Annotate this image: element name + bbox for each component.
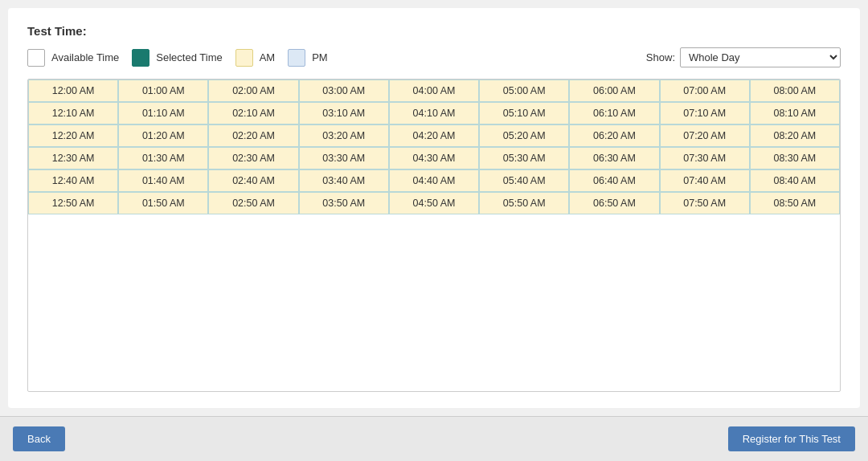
time-cell[interactable]: 08:00 AM [750, 80, 840, 102]
time-cell[interactable]: 02:40 AM [208, 169, 298, 192]
time-cell[interactable]: 03:30 AM [299, 147, 389, 169]
time-cell[interactable]: 07:00 AM [660, 80, 750, 102]
time-cell[interactable]: 12:00 AM [28, 80, 118, 102]
time-cell[interactable]: 12:30 AM [28, 147, 118, 169]
back-button[interactable]: Back [13, 426, 65, 451]
time-cell[interactable]: 12:10 AM [28, 102, 118, 124]
show-label-text: Show: [646, 51, 675, 63]
time-cell[interactable]: 05:20 AM [479, 124, 569, 147]
time-cell[interactable]: 08:50 AM [750, 192, 840, 214]
time-cell[interactable]: 04:20 AM [389, 124, 479, 147]
show-dropdown[interactable]: Whole Day AM Only PM Only [680, 47, 841, 67]
time-cell[interactable]: 03:20 AM [299, 124, 389, 147]
time-cell[interactable]: 05:00 AM [479, 80, 569, 102]
pm-color-box [288, 49, 305, 67]
time-cell[interactable]: 04:40 AM [389, 169, 479, 192]
time-cell[interactable]: 03:40 AM [299, 169, 389, 192]
time-cell[interactable]: 02:50 AM [208, 192, 298, 214]
time-cell[interactable]: 07:40 AM [660, 169, 750, 192]
main-panel: Test Time: Available Time Selected Time … [8, 8, 860, 408]
time-cell[interactable]: 12:20 AM [28, 124, 118, 147]
legend-row: Available Time Selected Time AM PM Show:… [27, 47, 841, 67]
time-cell[interactable]: 07:20 AM [660, 124, 750, 147]
time-cell[interactable]: 05:40 AM [479, 169, 569, 192]
time-cell[interactable]: 06:40 AM [569, 169, 659, 192]
time-cell[interactable]: 12:50 AM [28, 192, 118, 214]
time-cell[interactable]: 04:10 AM [389, 102, 479, 124]
time-cell[interactable]: 02:00 AM [208, 80, 298, 102]
time-cell[interactable]: 04:30 AM [389, 147, 479, 169]
time-cell[interactable]: 03:10 AM [299, 102, 389, 124]
show-label-group: Show: Whole Day AM Only PM Only [646, 47, 841, 67]
time-cell[interactable]: 03:50 AM [299, 192, 389, 214]
am-label: AM [260, 51, 276, 63]
time-cell[interactable]: 03:00 AM [299, 80, 389, 102]
selected-color-box [132, 49, 149, 67]
time-cell[interactable]: 01:10 AM [118, 102, 208, 124]
test-time-label: Test Time: [27, 24, 841, 38]
footer: Back Register for This Test [0, 416, 868, 461]
time-cell[interactable]: 01:30 AM [118, 147, 208, 169]
time-cell[interactable]: 01:40 AM [118, 169, 208, 192]
time-cell[interactable]: 02:30 AM [208, 147, 298, 169]
time-cell[interactable]: 08:40 AM [750, 169, 840, 192]
available-label: Available Time [51, 51, 119, 63]
time-cell[interactable]: 08:20 AM [750, 124, 840, 147]
time-cell[interactable]: 05:30 AM [479, 147, 569, 169]
time-grid-container[interactable]: 12:00 AM01:00 AM02:00 AM03:00 AM04:00 AM… [27, 79, 841, 392]
time-cell[interactable]: 06:30 AM [569, 147, 659, 169]
time-cell[interactable]: 02:10 AM [208, 102, 298, 124]
pm-label: PM [312, 51, 328, 63]
register-button[interactable]: Register for This Test [728, 426, 855, 451]
available-color-box [27, 49, 45, 67]
time-cell[interactable]: 05:50 AM [479, 192, 569, 214]
time-cell[interactable]: 01:00 AM [118, 80, 208, 102]
time-cell[interactable]: 05:10 AM [479, 102, 569, 124]
time-cell[interactable]: 04:00 AM [389, 80, 479, 102]
time-grid: 12:00 AM01:00 AM02:00 AM03:00 AM04:00 AM… [28, 80, 840, 214]
time-cell[interactable]: 06:00 AM [569, 80, 659, 102]
time-cell[interactable]: 06:50 AM [569, 192, 659, 214]
time-cell[interactable]: 04:50 AM [389, 192, 479, 214]
am-color-box [235, 49, 253, 67]
time-cell[interactable]: 06:20 AM [569, 124, 659, 147]
time-cell[interactable]: 07:10 AM [660, 102, 750, 124]
time-cell[interactable]: 01:50 AM [118, 192, 208, 214]
selected-label: Selected Time [156, 51, 222, 63]
time-cell[interactable]: 12:40 AM [28, 169, 118, 192]
time-cell[interactable]: 07:30 AM [660, 147, 750, 169]
time-cell[interactable]: 08:30 AM [750, 147, 840, 169]
time-cell[interactable]: 02:20 AM [208, 124, 298, 147]
time-cell[interactable]: 01:20 AM [118, 124, 208, 147]
time-cell[interactable]: 08:10 AM [750, 102, 840, 124]
time-cell[interactable]: 06:10 AM [569, 102, 659, 124]
time-cell[interactable]: 07:50 AM [660, 192, 750, 214]
